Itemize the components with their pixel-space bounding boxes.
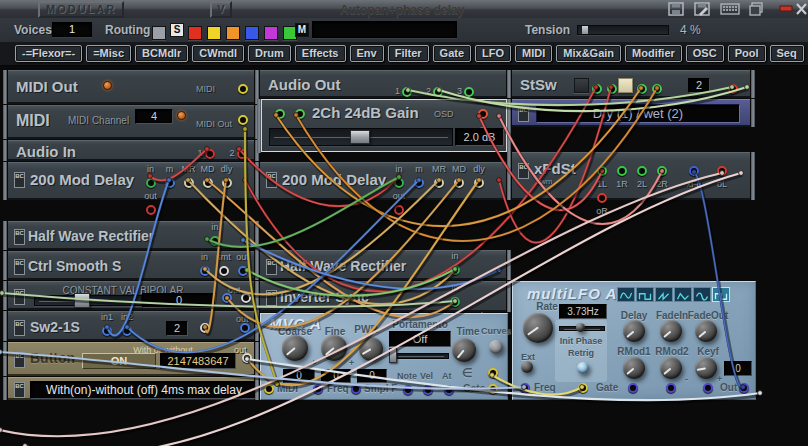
menu-midi[interactable]: MIDI — [515, 45, 552, 62]
routing-color-0[interactable] — [188, 26, 202, 40]
module-audio-in[interactable]: Audio In 12 — [8, 140, 254, 161]
stsw-button-off[interactable] — [574, 78, 589, 93]
time-knob[interactable] — [452, 338, 476, 362]
port-smt[interactable] — [219, 266, 229, 276]
port-oR[interactable] — [597, 193, 607, 203]
port-MR[interactable] — [434, 178, 444, 188]
waveform-sine-button[interactable] — [617, 287, 635, 302]
port-3[interactable] — [464, 87, 474, 97]
port-out[interactable] — [739, 383, 749, 393]
port-out[interactable] — [242, 353, 252, 363]
routing-color-4[interactable] — [264, 26, 278, 40]
routing-color-2[interactable] — [226, 26, 240, 40]
rmod1-knob[interactable] — [623, 357, 645, 379]
port-dly[interactable] — [474, 178, 484, 188]
copy-icon[interactable] — [748, 2, 766, 16]
module-audio-out[interactable]: Audio Out 1234 — [260, 70, 506, 98]
port-m[interactable] — [165, 178, 175, 188]
waveform-saw-button[interactable] — [655, 287, 673, 302]
menu-pool[interactable]: Pool — [728, 45, 766, 62]
port-aux[interactable] — [241, 293, 251, 303]
module-midi-out[interactable]: MIDI Out MIDI — [8, 70, 254, 104]
module-note-display[interactable]: BC With(on)-without (off) 4ms max delay — [8, 377, 254, 400]
switch-position-value[interactable]: 2 — [166, 321, 188, 336]
menu-mix-gain[interactable]: Mix&Gain — [556, 45, 621, 62]
keyf-knob[interactable] — [695, 357, 717, 379]
button-value[interactable]: 2147483647 — [160, 353, 236, 369]
pwr-value[interactable]: 0 — [357, 369, 387, 383]
module-ctrl-smooth[interactable]: BC Ctrl Smooth S insmtout — [8, 251, 254, 280]
menu-gate[interactable]: Gate — [433, 45, 471, 62]
port-2L[interactable] — [637, 166, 647, 176]
port-select[interactable] — [200, 323, 210, 333]
fine-value[interactable]: 0 — [321, 369, 351, 383]
tension-slider[interactable] — [577, 25, 669, 35]
coarse-value[interactable]: 0 — [283, 369, 315, 383]
port-gate[interactable] — [488, 384, 498, 394]
port-in1[interactable] — [102, 326, 112, 336]
port-at[interactable] — [444, 385, 454, 395]
module-xfdst[interactable]: BC xFdSt cwm 1L1R2L2RxFdoLoR — [512, 152, 750, 200]
port-jack[interactable] — [652, 84, 662, 94]
stsw-value[interactable]: 2 — [688, 78, 710, 93]
voices-value[interactable]: 1 — [52, 22, 92, 37]
waveform-triangle-button[interactable] — [674, 287, 692, 302]
port-dly[interactable] — [222, 178, 232, 188]
keyf-value[interactable]: 0 — [724, 361, 752, 376]
close-icon[interactable] — [795, 2, 808, 16]
rmod2-knob[interactable] — [660, 357, 682, 379]
routing-color-3[interactable] — [245, 26, 259, 40]
port-MD[interactable] — [203, 178, 213, 188]
init-phase-handle[interactable] — [576, 323, 585, 332]
port-2[interactable] — [433, 87, 443, 97]
port-rmod2[interactable] — [666, 383, 676, 393]
ext-knob[interactable] — [521, 361, 533, 373]
module-mod-delay-left[interactable]: BC 200 Mod Delay inmMRMDdlyout — [8, 162, 254, 200]
module-half-wave-rectifier-2[interactable]: BC Half Wave Rectifier inout — [260, 250, 506, 280]
port-in[interactable] — [450, 297, 460, 307]
menu-effects[interactable]: Effects — [295, 45, 346, 62]
port-in2[interactable] — [122, 326, 132, 336]
rate-value[interactable]: 3.73Hz — [559, 304, 607, 319]
waveform-square-button[interactable] — [636, 287, 654, 302]
port-MR[interactable] — [184, 178, 194, 188]
port-jack[interactable] — [478, 109, 488, 119]
midi-channel-value[interactable]: 4 — [135, 109, 173, 124]
port-out[interactable] — [238, 266, 248, 276]
solo-button[interactable]: S — [170, 23, 184, 37]
port-in[interactable] — [146, 178, 156, 188]
fadeout-knob[interactable] — [695, 320, 717, 342]
on-off-button[interactable]: ON — [82, 353, 156, 369]
keyboard-icon[interactable] — [720, 2, 738, 16]
pwr-knob[interactable] — [359, 337, 383, 361]
tension-slider-handle[interactable] — [582, 26, 588, 34]
constant-val-slider-handle[interactable] — [74, 293, 90, 308]
portamento-slider[interactable] — [393, 353, 449, 359]
port-keyf[interactable] — [703, 383, 713, 393]
curves-knob[interactable] — [489, 340, 503, 354]
stsw-button-on[interactable] — [618, 78, 633, 93]
port-jack[interactable] — [275, 109, 285, 119]
port-MD[interactable] — [454, 178, 464, 188]
port-note[interactable] — [403, 385, 413, 395]
menu-modifier[interactable]: Modifier — [625, 45, 682, 62]
port-out[interactable] — [394, 205, 404, 215]
port-xFd[interactable] — [689, 166, 699, 176]
save-as-icon[interactable] — [694, 2, 712, 16]
menu-flexor[interactable]: -=Flexor=- — [15, 45, 82, 62]
port-gate-thru[interactable] — [488, 368, 498, 378]
port-jack[interactable] — [728, 84, 738, 94]
menu-seq[interactable]: Seq — [770, 45, 804, 62]
menu-misc[interactable]: =Misc — [86, 45, 131, 62]
rate-knob[interactable] — [523, 313, 553, 343]
port-freq[interactable] — [520, 383, 530, 393]
delay-knob[interactable] — [623, 320, 645, 342]
port-jack[interactable] — [637, 84, 647, 94]
port-midi-out[interactable] — [238, 84, 248, 94]
port-midi[interactable] — [264, 384, 274, 394]
menu-osc[interactable]: OSC — [686, 45, 724, 62]
menu-env[interactable]: Env — [350, 45, 384, 62]
fadein-knob[interactable] — [660, 320, 682, 342]
port-smpl-f[interactable] — [351, 384, 361, 394]
port-in[interactable] — [394, 178, 404, 188]
